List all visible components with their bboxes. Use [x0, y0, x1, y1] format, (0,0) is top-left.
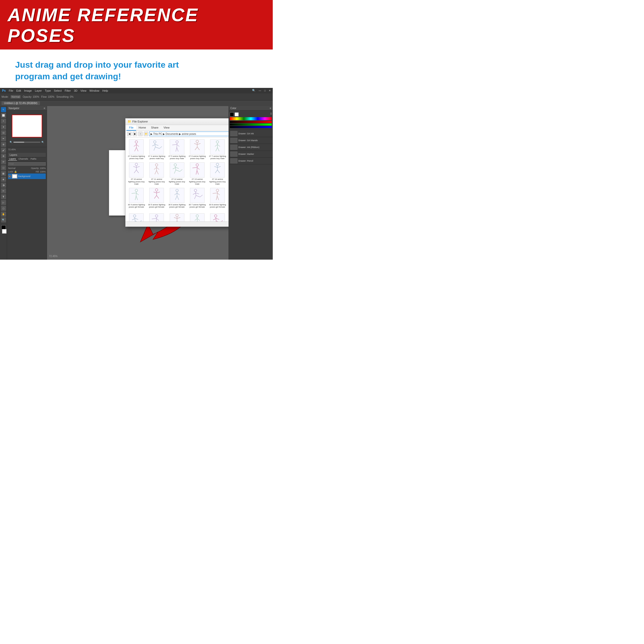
ps-document-tab[interactable]: Untitled-1 @ 72.4% (RGB/8#) — [2, 101, 40, 105]
svg-line-158 — [213, 218, 216, 220]
file-item-f20[interactable]: 30 9 anime fighting poses girl female — [228, 187, 229, 212]
menu-type[interactable]: Type — [45, 89, 51, 92]
file-item-f8[interactable]: 27 10 anime fighting poses boy male — [127, 161, 146, 186]
file-item-f26[interactable]: 30 15 anime fighting poses girl female — [208, 212, 227, 221]
file-item-f11[interactable]: 27 13 anime fighting poses boy male — [187, 161, 207, 186]
drawer-item-3[interactable]: Drawer: Marker — [229, 151, 273, 158]
menu-image[interactable]: Image — [24, 89, 32, 92]
file-item-f4[interactable]: 27 6 anime fighting poses boy male — [187, 138, 207, 161]
ps-maximize-btn[interactable]: □ — [264, 89, 266, 92]
tool-zoom[interactable]: 🔍 — [1, 217, 6, 222]
svg-point-138 — [155, 215, 158, 217]
menu-layer[interactable]: Layer — [35, 89, 42, 92]
blue-slider[interactable] — [230, 126, 272, 128]
tool-blur[interactable]: ◈ — [1, 177, 6, 182]
tool-dodge[interactable]: ◑ — [1, 183, 6, 188]
menu-help[interactable]: Help — [102, 89, 108, 92]
fe-tab-home[interactable]: Home — [136, 125, 148, 131]
menu-file[interactable]: File — [9, 89, 13, 92]
file-item-f24[interactable]: 30 13 anime fighting poses girl female — [167, 212, 187, 221]
tool-move[interactable]: ↖ — [1, 107, 6, 112]
tool-path[interactable]: ▷ — [1, 200, 6, 205]
drawer-item-0[interactable]: Drawer: Grt Ink — [229, 130, 273, 137]
file-item-f1[interactable]: 27 3 anime fighting poses boy male — [127, 138, 146, 161]
tool-gradient[interactable]: ▦ — [1, 171, 6, 176]
menu-view[interactable]: View — [80, 89, 86, 92]
bg-color[interactable] — [235, 112, 239, 116]
ps-search-icon[interactable]: 🔍 — [252, 89, 256, 92]
navigator-options[interactable]: ≡ — [44, 107, 45, 110]
menu-filter[interactable]: Filter — [65, 89, 71, 92]
tool-hand[interactable]: ✋ — [1, 212, 6, 217]
file-item-f18[interactable]: 30 7 anime fighting poses girl female — [187, 187, 207, 212]
file-item-f16[interactable]: 30 5 anime fighting poses girl female — [147, 187, 166, 212]
fe-forward-btn[interactable]: ▶ — [133, 132, 137, 136]
tool-clone[interactable]: ⊗ — [1, 154, 6, 159]
drawer-item-1[interactable]: Drawer: Grt Mando — [229, 137, 273, 144]
file-item-f27[interactable]: 30 16 anime fighting poses girl female — [228, 212, 229, 221]
fe-address-field[interactable]: ▶ This PC ▶ Documents ▶ anime poses — [149, 132, 229, 136]
file-item-f10[interactable]: 27 12 anime fighting poses boy male — [167, 161, 187, 186]
file-thumbnail — [190, 188, 205, 203]
tab-layers[interactable]: Layers — [8, 157, 17, 161]
file-item-f2[interactable]: 27 4 anime fighting poses male boy — [147, 138, 166, 161]
file-item-f13[interactable]: 30 1 anime fighting poses girl female — [228, 161, 229, 186]
menu-select[interactable]: Select — [54, 89, 62, 92]
file-item-f12[interactable]: 27 14 anime fighting poses boy male — [208, 161, 227, 186]
fe-up-btn[interactable]: ↑ — [138, 132, 143, 136]
file-item-f23[interactable]: 30 12 anime fighting poses girl female — [147, 212, 166, 221]
file-item-f3[interactable]: 27 5 anime fighting poses boy male — [167, 138, 187, 161]
menu-window[interactable]: Window — [89, 89, 99, 92]
file-item-f6[interactable]: 27 8 anime fighting poses boy male — [228, 138, 229, 161]
svg-line-147 — [177, 217, 180, 218]
fe-tab-file[interactable]: File — [127, 125, 136, 131]
navigator-title: Navigator — [9, 107, 19, 110]
file-item-f9[interactable]: 27 11 anime fighting poses boy male — [147, 161, 166, 186]
background-layer[interactable]: 👁 Background — [8, 174, 46, 179]
tool-history[interactable]: ⟳ — [1, 159, 6, 164]
svg-point-144 — [176, 214, 178, 217]
tool-mode-value[interactable]: Normal — [11, 95, 21, 98]
fg-color[interactable] — [230, 112, 234, 116]
tool-eraser[interactable]: ◻ — [1, 165, 6, 170]
color-panel-options[interactable]: ≡ — [270, 107, 271, 110]
tool-magic-wand[interactable]: ✦ — [1, 125, 6, 130]
tool-brush[interactable]: 🖌 — [1, 148, 6, 153]
green-slider[interactable] — [230, 123, 272, 126]
bg-color-swatch[interactable] — [2, 229, 7, 234]
fe-folder-btn[interactable]: 📁 — [144, 132, 148, 136]
tool-marquee[interactable]: ⬜ — [1, 113, 6, 118]
fe-tab-view[interactable]: View — [161, 125, 172, 131]
file-item-f17[interactable]: 30 6 anime fighting poses girl female — [167, 187, 187, 212]
svg-line-4 — [135, 147, 136, 151]
menu-3d[interactable]: 3D — [74, 89, 77, 92]
tool-eyedropper[interactable]: ✒ — [1, 136, 6, 141]
file-item-f15[interactable]: 30 4 anime fighting poses girl female — [127, 187, 146, 212]
red-slider[interactable] — [230, 121, 272, 123]
tool-pen[interactable]: ✏ — [1, 188, 6, 193]
drawer-item-2[interactable]: Drawer: Ink (Ribbon) — [229, 144, 273, 151]
file-item-f19[interactable]: 30 8 anime fighting poses girl female — [208, 187, 227, 212]
ps-minimize-btn[interactable]: — — [259, 89, 261, 92]
tool-heal[interactable]: ⊕ — [1, 142, 6, 147]
tool-lasso[interactable]: ⌖ — [1, 119, 6, 124]
file-item-f22[interactable]: 30 11 anime fighting poses girl female — [127, 212, 146, 221]
drawer-item-4[interactable]: Drawer: Pencil — [229, 158, 273, 164]
fe-tab-share[interactable]: Share — [148, 125, 161, 131]
ps-close-btn[interactable]: ✕ — [269, 89, 271, 92]
tab-channels[interactable]: Channels — [17, 157, 29, 161]
zoom-max-icon: 🔍 — [41, 141, 44, 143]
fe-back-btn[interactable]: ◀ — [127, 132, 132, 136]
color-spectrum-bar[interactable] — [230, 117, 272, 120]
layer-eye-icon[interactable]: 👁 — [8, 175, 11, 178]
svg-line-161 — [216, 221, 220, 221]
tab-paths[interactable]: Paths — [30, 157, 37, 161]
file-item-f25[interactable]: 30 14 anime fighting poses girl female — [187, 212, 207, 221]
file-item-f5[interactable]: 27 7 anime fighting poses boy male — [208, 138, 227, 161]
tool-type[interactable]: T — [1, 194, 6, 199]
tool-shape[interactable]: ◻ — [1, 206, 6, 211]
svg-point-100 — [176, 189, 178, 192]
tool-crop[interactable]: ⊡ — [1, 130, 6, 135]
layers-search-input[interactable] — [8, 162, 46, 166]
menu-edit[interactable]: Edit — [16, 89, 21, 92]
